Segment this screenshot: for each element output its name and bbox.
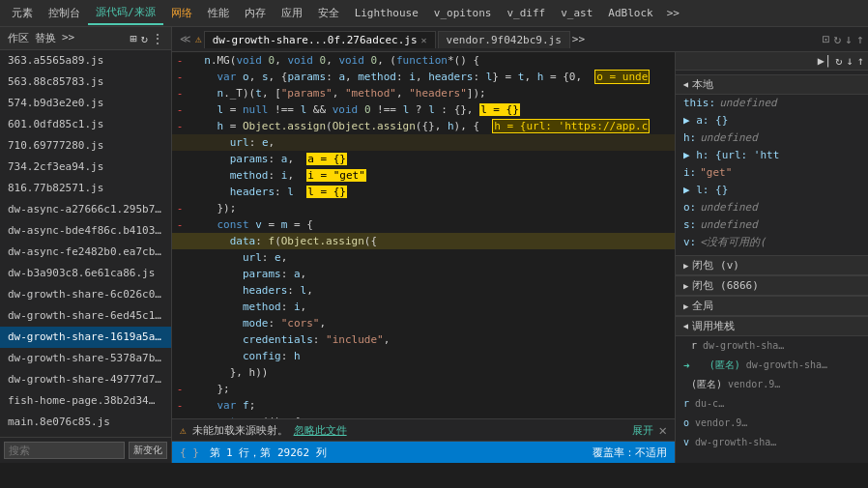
- warning-close-button[interactable]: ✕: [659, 422, 667, 438]
- panel-dock-icon[interactable]: ⊡: [823, 32, 830, 46]
- file-tabs: ≪ ⚠ dw-growth-share...0f.276adcec.js ✕ v…: [172, 27, 868, 52]
- callstack-item[interactable]: r dw-growth-sha…: [676, 336, 868, 356]
- main-layout: 作区 替换 >> ⊞ ↻ ⋮ 363.a5565a89.js 563.88c85…: [0, 27, 868, 463]
- list-item[interactable]: main.8e076c85.js: [0, 412, 171, 433]
- close-tab-icon[interactable]: ✕: [421, 35, 427, 45]
- scope-global[interactable]: ▶ 全局: [676, 296, 868, 316]
- position-text: 第 1 行，第 29262 列: [210, 446, 327, 459]
- line-content: var f;: [188, 397, 675, 414]
- tab-performance[interactable]: 性能: [200, 2, 237, 24]
- line-content: mode: "cors",: [188, 315, 675, 331]
- line-content: data: f(Object.assign({: [188, 233, 675, 249]
- line-diff: -: [172, 69, 188, 85]
- panel-icon-4[interactable]: ↑: [857, 54, 864, 68]
- sidebar-header: 作区 替换 >> ⊞ ↻ ⋮: [0, 27, 171, 50]
- panel-icon-2[interactable]: ↻: [835, 54, 842, 68]
- code-line: url: e,: [172, 134, 675, 151]
- new-change-button[interactable]: 新变化: [129, 442, 167, 459]
- list-item[interactable]: fish-home-page.38b2d34…: [0, 390, 171, 412]
- scope-closure-6866[interactable]: ▶ 闭包 (6866): [676, 275, 868, 296]
- list-item[interactable]: dw-growth-share-6ed45c1…: [0, 305, 171, 327]
- scope-item[interactable]: ▶ h: {url: 'htt: [676, 147, 868, 164]
- search-input[interactable]: [4, 442, 125, 459]
- code-line: credentials: "include",: [172, 331, 675, 348]
- callstack-item[interactable]: o vendor.9…: [676, 414, 868, 433]
- file-tabs-more[interactable]: >>: [572, 33, 585, 45]
- file-tab-dw-growth[interactable]: dw-growth-share...0f.276adcec.js ✕: [204, 31, 436, 48]
- tab-adblock[interactable]: AdBlock: [600, 3, 660, 23]
- sidebar-tab-replace[interactable]: 替换: [35, 31, 56, 45]
- sidebar-file-list: 363.a5565a89.js 563.88c85783.js 574.b9d3…: [0, 50, 171, 437]
- tab-console[interactable]: 控制台: [41, 2, 88, 24]
- line-diff: [172, 266, 188, 282]
- line-content: method: i,: [188, 299, 675, 315]
- tab-v-diff[interactable]: v_diff: [499, 3, 553, 23]
- list-item[interactable]: dw-async-a27666c1.295b7…: [0, 199, 171, 220]
- scope-local-title[interactable]: ▼ 本地: [676, 74, 868, 95]
- callstack-item[interactable]: r du-c…: [676, 394, 868, 414]
- tab-lighthouse[interactable]: Lighthouse: [347, 3, 426, 23]
- callstack-item-active[interactable]: ➜ (匿名) dw-growth-sha…: [676, 356, 868, 375]
- status-bar: { } 第 1 行，第 29262 列 覆盖率：不适用: [172, 442, 675, 463]
- tab-sources[interactable]: 源代码/来源: [88, 1, 163, 25]
- tab-network[interactable]: 网络: [163, 2, 200, 24]
- ignore-file-link[interactable]: 忽略此文件: [294, 423, 347, 438]
- file-tab-label: dw-growth-share...0f.276adcec.js: [213, 34, 418, 46]
- line-content: n.MG(void 0, void 0, void 0, (function*(…: [188, 52, 675, 69]
- list-item[interactable]: 601.0dfd85c1.js: [0, 114, 171, 135]
- list-item[interactable]: dw-b3a903c8.6e61ca86.js: [0, 263, 171, 284]
- scope-item: this: undefined: [676, 95, 868, 112]
- arrow-icon: ▶: [683, 261, 688, 271]
- list-item[interactable]: dw-growth-share-5378a7b…: [0, 348, 171, 369]
- top-toolbar: 元素 控制台 源代码/来源 网络 性能 内存 应用 安全 Lighthouse …: [0, 0, 868, 27]
- code-line: data: f(Object.assign({: [172, 233, 675, 249]
- list-item[interactable]: 710.69777280.js: [0, 135, 171, 157]
- list-item[interactable]: 563.88c85783.js: [0, 72, 171, 93]
- panel-down-icon[interactable]: ↓: [845, 32, 853, 46]
- line-diff: [172, 348, 188, 364]
- scope-closure-v[interactable]: ▶ 闭包 (v): [676, 255, 868, 275]
- toolbar-more[interactable]: >>: [661, 7, 685, 19]
- sidebar-new-folder-icon[interactable]: ⊞: [130, 32, 137, 45]
- tab-application[interactable]: 应用: [274, 2, 310, 24]
- right-panel: ▶| ↻ ↓ ↑ ▼ 本地 this: undefined: [675, 52, 868, 463]
- list-item[interactable]: 816.77b82571.js: [0, 178, 171, 199]
- expand-button[interactable]: 展开: [632, 423, 653, 438]
- tab-elements[interactable]: 元素: [4, 2, 41, 24]
- sidebar-ellipsis-icon[interactable]: ⋮: [152, 32, 163, 45]
- list-item[interactable]: dw-growth-share-49777d79…: [0, 369, 171, 390]
- tab-security[interactable]: 安全: [310, 2, 347, 24]
- scope-item[interactable]: ▶ l: {}: [676, 182, 868, 199]
- list-item[interactable]: dw-async-bde4f86c.b4103…: [0, 220, 171, 242]
- list-item[interactable]: 363.a5565a89.js: [0, 50, 171, 72]
- callstack-title[interactable]: ▼ 调用堆栈: [676, 316, 868, 336]
- code-line: url: e,: [172, 249, 675, 266]
- tab-memory[interactable]: 内存: [237, 2, 274, 24]
- list-item[interactable]: dw-growth-share-1619a5a0…: [0, 327, 171, 348]
- code-editor[interactable]: - n.MG(void 0, void 0, void 0, (function…: [172, 52, 675, 418]
- tab-v-options[interactable]: v_opitons: [426, 3, 500, 23]
- callstack-item[interactable]: v dw-growth-sha…: [676, 433, 868, 452]
- code-line: }, h)): [172, 364, 675, 381]
- callstack-label: 调用堆栈: [692, 319, 735, 333]
- file-tabs-left-more[interactable]: ≪: [176, 33, 195, 45]
- sidebar-refresh-icon[interactable]: ↻: [141, 32, 148, 45]
- sidebar-tab-workspace[interactable]: 作区: [8, 31, 29, 45]
- code-line: - });: [172, 200, 675, 216]
- warning-bar: ⚠ 未能加载来源映射。 忽略此文件 展开 ✕: [172, 418, 675, 442]
- sidebar-more[interactable]: >>: [62, 31, 74, 45]
- list-item[interactable]: dw-async-fe2482b0.ea7cb9…: [0, 242, 171, 263]
- list-item[interactable]: 734.2cf3ea94.js: [0, 157, 171, 178]
- panel-close-icon[interactable]: ↻: [834, 32, 842, 46]
- panel-icon-1[interactable]: ▶|: [818, 54, 831, 68]
- scope-item[interactable]: ▶ a: {}: [676, 112, 868, 129]
- list-item[interactable]: 574.b9d3e2e0.js: [0, 93, 171, 114]
- tab-v-ast[interactable]: v_ast: [553, 3, 600, 23]
- code-line: - l = null !== l && void 0 !== l ? l : {…: [172, 101, 675, 118]
- list-item[interactable]: dw-growth-share-6c026c0…: [0, 284, 171, 305]
- callstack-item[interactable]: (匿名) vendor.9…: [676, 375, 868, 394]
- panel-icon-3[interactable]: ↓: [847, 54, 854, 68]
- panel-up-icon[interactable]: ↑: [856, 32, 864, 46]
- file-tab-vendor[interactable]: vendor.9f042bc9.js: [438, 31, 570, 48]
- code-line: - h = Object.assign(Object.assign({}, h)…: [172, 118, 675, 134]
